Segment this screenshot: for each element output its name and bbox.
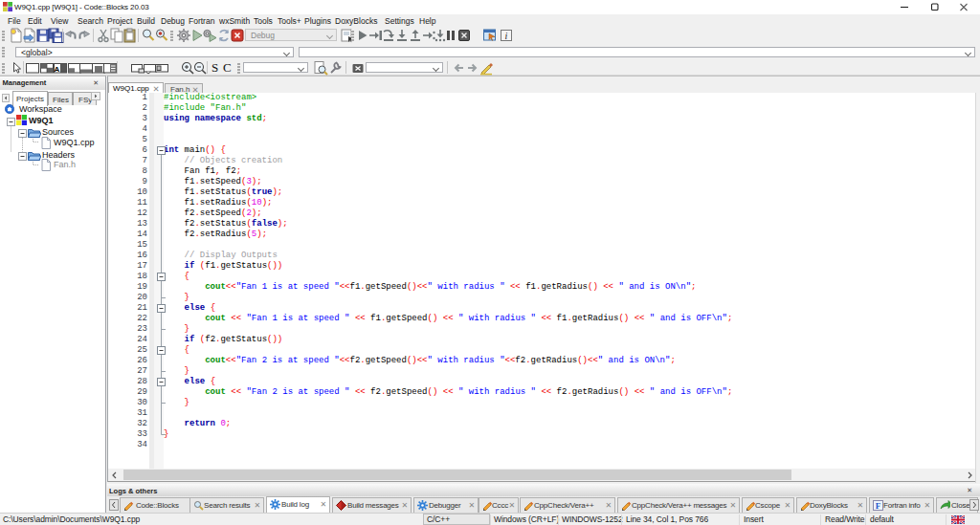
svg-text:F: F	[876, 501, 881, 511]
svg-text:i: i	[505, 31, 508, 41]
